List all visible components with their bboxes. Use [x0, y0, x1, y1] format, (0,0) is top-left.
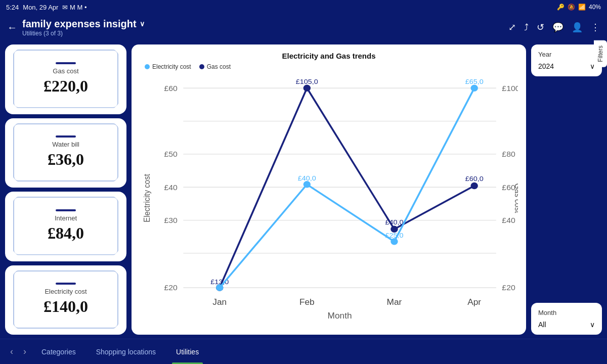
- filter-panel: Year 2024 ∨ Month All ∨: [531, 44, 602, 335]
- svg-text:£65,0: £65,0: [465, 77, 484, 85]
- svg-text:Apr: Apr: [467, 297, 481, 306]
- user-icon[interactable]: 👤: [572, 22, 583, 33]
- gas-dot-apr: [471, 183, 478, 190]
- back-button[interactable]: ←: [7, 22, 17, 33]
- legend-dot: [199, 64, 204, 69]
- share-icon[interactable]: ⤴: [524, 22, 529, 33]
- line-chart-svg: £60 £50 £40 £30 £20 £100 £80 £60 £40 £20…: [140, 74, 518, 322]
- year-label: Year: [538, 51, 595, 58]
- status-left: 5:24 Mon, 29 Apr ✉ M M •: [6, 4, 86, 11]
- card-value-gas-cost: £220,0: [44, 77, 88, 96]
- svg-text:£30: £30: [164, 216, 177, 224]
- lock-icon: 🔑: [557, 4, 565, 11]
- tab-label: Shopping locations: [96, 348, 156, 356]
- card-value-electricity-cost: £140,0: [44, 297, 88, 316]
- elec-dot-feb: [304, 181, 311, 188]
- svg-text:£50: £50: [164, 150, 177, 159]
- legend-label: Gas cost: [207, 63, 231, 70]
- month-filter-card: Month All ∨: [531, 303, 602, 335]
- svg-text:£25,0: £25,0: [385, 231, 403, 239]
- header-right: ⤢ ⤴ ↺ 💬 👤 ⋮: [508, 22, 600, 33]
- card-inner-gas-cost: Gas cost £220,0: [13, 50, 118, 108]
- svg-text:£60,0: £60,0: [465, 174, 484, 183]
- svg-text:Mar: Mar: [387, 297, 402, 306]
- electricity-line: [220, 88, 474, 288]
- legend-label: Electricity cost: [152, 63, 191, 70]
- chevron-down-icon[interactable]: ∨: [140, 20, 145, 28]
- tab-label: Categories: [41, 348, 76, 356]
- month-label: Month: [538, 309, 595, 316]
- chart-title: Electricity and Gas trends: [140, 52, 518, 60]
- svg-text:£20: £20: [164, 284, 177, 292]
- chart-panel: Electricity and Gas trends Electricity c…: [132, 44, 526, 335]
- svg-text:Month: Month: [328, 311, 352, 321]
- card-top-bar: [56, 209, 76, 211]
- svg-text:Electricity cost: Electricity cost: [143, 174, 151, 222]
- card-value-water-bill: £36,0: [48, 150, 84, 169]
- header-subtitle: Utilities (3 of 3): [22, 30, 145, 37]
- legend-item: Electricity cost: [145, 63, 191, 70]
- svg-text:£60: £60: [164, 84, 177, 93]
- status-right: 🔑 🔕 📶 40%: [557, 4, 601, 11]
- card-label-water-bill: Water bill: [52, 141, 79, 148]
- tab-utilities[interactable]: Utilities: [166, 339, 209, 364]
- gas-line: [220, 88, 474, 288]
- signal-icon: 📶: [578, 4, 586, 11]
- date: Mon, 29 Apr: [23, 4, 58, 11]
- expand-icon[interactable]: ⤢: [508, 22, 516, 33]
- gas-dot-feb: [304, 84, 311, 92]
- mail-icon: ✉ M M •: [62, 4, 86, 11]
- elec-dot-apr: [471, 84, 478, 92]
- svg-text:£40: £40: [164, 183, 177, 192]
- svg-text:£40,0: £40,0: [385, 218, 403, 226]
- cards-panel: Gas cost £220,0 Water bill £36,0 Interne…: [5, 44, 126, 335]
- comment-icon[interactable]: 💬: [552, 22, 563, 33]
- year-filter-card: Year 2024 ∨: [531, 44, 602, 76]
- mute-icon: 🔕: [568, 4, 575, 11]
- elec-dot-mar: [391, 238, 398, 245]
- svg-text:Gas cost: Gas cost: [513, 183, 518, 213]
- legend-item: Gas cost: [199, 63, 231, 70]
- top-header: ← family expenses insight ∨ Utilities (3…: [0, 14, 607, 40]
- card-internet: Internet £84,0: [5, 192, 126, 261]
- svg-text:£20: £20: [502, 284, 515, 292]
- nav-right-button[interactable]: ›: [18, 339, 31, 364]
- card-top-bar: [56, 62, 76, 64]
- svg-text:£80: £80: [502, 150, 515, 159]
- tab-shopping-locations[interactable]: Shopping locations: [86, 339, 166, 364]
- chevron-down-icon: ∨: [590, 321, 595, 329]
- status-bar: 5:24 Mon, 29 Apr ✉ M M • 🔑 🔕 📶 40%: [0, 0, 607, 14]
- legend-dot: [145, 64, 150, 69]
- year-value: 2024: [538, 62, 554, 70]
- card-top-bar: [56, 135, 76, 138]
- chart-legend: Electricity cost Gas cost: [140, 63, 518, 70]
- battery: 40%: [589, 4, 601, 11]
- svg-text:£100: £100: [502, 84, 518, 93]
- year-select[interactable]: 2024 ∨: [538, 62, 595, 70]
- tab-categories[interactable]: Categories: [31, 339, 86, 364]
- card-label-gas-cost: Gas cost: [53, 67, 78, 75]
- more-icon[interactable]: ⋮: [591, 22, 600, 33]
- card-water-bill: Water bill £36,0: [5, 118, 126, 188]
- card-gas-cost: Gas cost £220,0: [5, 44, 126, 114]
- nav-left-button[interactable]: ‹: [5, 339, 18, 364]
- elec-dot-jan: [216, 284, 223, 291]
- filters-side-tab[interactable]: Filters: [594, 40, 607, 67]
- card-inner-electricity-cost: Electricity cost £140,0: [13, 270, 118, 329]
- page-title: family expenses insight: [22, 18, 137, 30]
- card-electricity-cost: Electricity cost £140,0: [5, 265, 126, 335]
- card-inner-water-bill: Water bill £36,0: [13, 123, 118, 182]
- svg-text:Feb: Feb: [299, 297, 315, 306]
- card-top-bar: [56, 283, 76, 285]
- main-content: Gas cost £220,0 Water bill £36,0 Interne…: [0, 40, 607, 339]
- undo-icon[interactable]: ↺: [537, 22, 544, 33]
- svg-text:£105,0: £105,0: [296, 77, 318, 85]
- tab-label: Utilities: [176, 348, 199, 356]
- filter-spacer: [531, 81, 602, 298]
- time: 5:24: [6, 4, 19, 11]
- card-label-internet: Internet: [55, 214, 77, 222]
- header-left: ← family expenses insight ∨ Utilities (3…: [7, 18, 145, 37]
- month-value: All: [538, 321, 546, 329]
- month-select[interactable]: All ∨: [538, 321, 595, 329]
- card-value-internet: £84,0: [48, 224, 84, 243]
